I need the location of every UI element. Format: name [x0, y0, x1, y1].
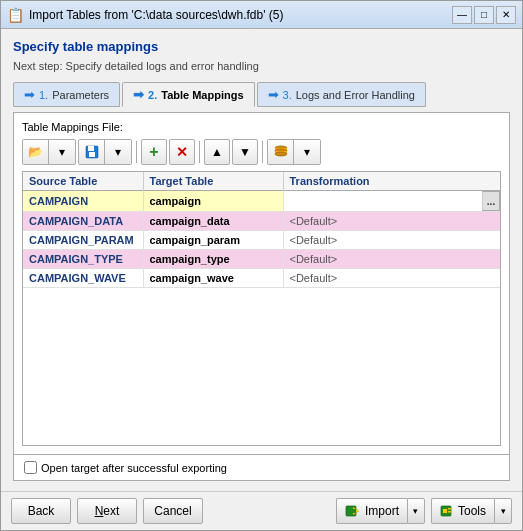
- title-bar: 📋 Import Tables from 'C:\data sources\dw…: [1, 1, 522, 29]
- next-button[interactable]: Next: [77, 498, 137, 524]
- separator-3: [262, 141, 263, 163]
- dropdown-open-button[interactable]: ▾: [49, 139, 75, 165]
- tab-mappings[interactable]: ➡ 2. Table Mappings: [122, 82, 255, 107]
- back-label: Back: [28, 504, 55, 518]
- add-row-button[interactable]: +: [141, 139, 167, 165]
- open-save-group: 📂 ▾: [22, 139, 76, 165]
- toolbar: 📂 ▾ ▾ + ✕ ▲ ▼: [22, 139, 501, 165]
- header-transform: Transformation: [283, 172, 500, 191]
- tab-arrow-1: ➡: [24, 87, 35, 102]
- svg-rect-11: [443, 509, 447, 513]
- cell-source-3: CAMPAIGN_TYPE: [23, 250, 143, 269]
- dialog-heading: Specify table mappings: [13, 39, 510, 54]
- tab-num-3: 3.: [283, 89, 292, 101]
- next-label: Next: [95, 504, 120, 518]
- cell-source-4: CAMPAIGN_WAVE: [23, 269, 143, 288]
- header-target: Target Table: [143, 172, 283, 191]
- tab-label-mappings: Table Mappings: [161, 89, 243, 101]
- cell-target-0: campaign: [143, 191, 283, 212]
- open-target-label: Open target after successful exporting: [24, 461, 227, 474]
- tab-label-parameters: Parameters: [52, 89, 109, 101]
- cell-transform-1: <Default>: [283, 212, 500, 231]
- dialog-content: Specify table mappings Next step: Specif…: [1, 29, 522, 491]
- tools-group: Tools ▾: [431, 498, 512, 524]
- cell-target-3: campaign_type: [143, 250, 283, 269]
- transform-ellipsis-0[interactable]: ...: [482, 191, 500, 211]
- table-header-row: Source Table Target Table Transformation: [23, 172, 500, 191]
- delete-row-button[interactable]: ✕: [169, 139, 195, 165]
- tools-button[interactable]: Tools: [431, 498, 494, 524]
- move-up-button[interactable]: ▲: [204, 139, 230, 165]
- open-button[interactable]: 📂: [23, 139, 49, 165]
- file-label: Table Mappings File:: [22, 121, 501, 133]
- import-dropdown-button[interactable]: ▾: [407, 498, 425, 524]
- window-title: Import Tables from 'C:\data sources\dwh.…: [29, 8, 283, 22]
- minimize-button[interactable]: —: [452, 6, 472, 24]
- move-down-button[interactable]: ▼: [232, 139, 258, 165]
- footer: Open target after successful exporting: [14, 454, 509, 480]
- cancel-button[interactable]: Cancel: [143, 498, 203, 524]
- import-button[interactable]: Import: [336, 498, 407, 524]
- cell-source-2: CAMPAIGN_PARAM: [23, 231, 143, 250]
- import-label: Import: [365, 504, 399, 518]
- tab-arrow-2: ➡: [133, 87, 144, 102]
- svg-point-7: [275, 152, 287, 156]
- transform-input-0[interactable]: [284, 191, 483, 211]
- table-row[interactable]: CAMPAIGN_PARAMcampaign_param<Default>: [23, 231, 500, 250]
- cell-target-1: campaign_data: [143, 212, 283, 231]
- header-source: Source Table: [23, 172, 143, 191]
- main-window: 📋 Import Tables from 'C:\data sources\dw…: [0, 0, 523, 531]
- tab-num-1: 1.: [39, 89, 48, 101]
- next-underline: N: [95, 504, 104, 518]
- cell-source-1: CAMPAIGN_DATA: [23, 212, 143, 231]
- dialog-subheading: Next step: Specify detailed logs and err…: [13, 60, 510, 72]
- tab-label-logs: Logs and Error Handling: [296, 89, 415, 101]
- svg-rect-2: [89, 152, 95, 157]
- transform-input-wrap-0: ...: [284, 191, 501, 211]
- svg-rect-12: [448, 508, 451, 510]
- cell-transform-0[interactable]: ...: [283, 191, 500, 212]
- tab-arrow-3: ➡: [268, 87, 279, 102]
- table-row[interactable]: CAMPAIGNcampaign...: [23, 191, 500, 212]
- close-button[interactable]: ✕: [496, 6, 516, 24]
- mappings-table: Source Table Target Table Transformation…: [23, 172, 500, 288]
- table-row[interactable]: CAMPAIGN_DATAcampaign_data<Default>: [23, 212, 500, 231]
- cancel-label: Cancel: [154, 504, 191, 518]
- cell-transform-2: <Default>: [283, 231, 500, 250]
- tools-dropdown-button[interactable]: ▾: [494, 498, 512, 524]
- open-target-text: Open target after successful exporting: [41, 462, 227, 474]
- svg-rect-1: [88, 146, 94, 151]
- separator-2: [199, 141, 200, 163]
- save-button[interactable]: [79, 139, 105, 165]
- mappings-table-container: Source Table Target Table Transformation…: [22, 171, 501, 446]
- db-group: ▾: [267, 139, 321, 165]
- window-icon: 📋: [7, 7, 23, 23]
- separator-1: [136, 141, 137, 163]
- tools-label: Tools: [458, 504, 486, 518]
- tab-bar: ➡ 1. Parameters ➡ 2. Table Mappings ➡ 3.…: [13, 82, 510, 107]
- save-group: ▾: [78, 139, 132, 165]
- table-row[interactable]: CAMPAIGN_TYPEcampaign_type<Default>: [23, 250, 500, 269]
- dropdown-save-button[interactable]: ▾: [105, 139, 131, 165]
- cell-target-2: campaign_param: [143, 231, 283, 250]
- dropdown-db-button[interactable]: ▾: [294, 139, 320, 165]
- cell-target-4: campaign_wave: [143, 269, 283, 288]
- cell-transform-4: <Default>: [283, 269, 500, 288]
- open-target-checkbox[interactable]: [24, 461, 37, 474]
- cell-source-0: CAMPAIGN: [23, 191, 143, 212]
- svg-rect-13: [448, 511, 451, 513]
- tab-parameters[interactable]: ➡ 1. Parameters: [13, 82, 120, 107]
- table-row[interactable]: CAMPAIGN_WAVEcampaign_wave<Default>: [23, 269, 500, 288]
- back-button[interactable]: Back: [11, 498, 71, 524]
- db-button[interactable]: [268, 139, 294, 165]
- mappings-section: Table Mappings File: 📂 ▾ ▾ +: [13, 112, 510, 481]
- tab-num-2: 2.: [148, 89, 157, 101]
- bottom-bar: Back Next Cancel Import ▾: [1, 491, 522, 530]
- tab-logs[interactable]: ➡ 3. Logs and Error Handling: [257, 82, 426, 107]
- maximize-button[interactable]: □: [474, 6, 494, 24]
- cell-transform-3: <Default>: [283, 250, 500, 269]
- import-group: Import ▾: [336, 498, 425, 524]
- svg-rect-8: [346, 506, 356, 516]
